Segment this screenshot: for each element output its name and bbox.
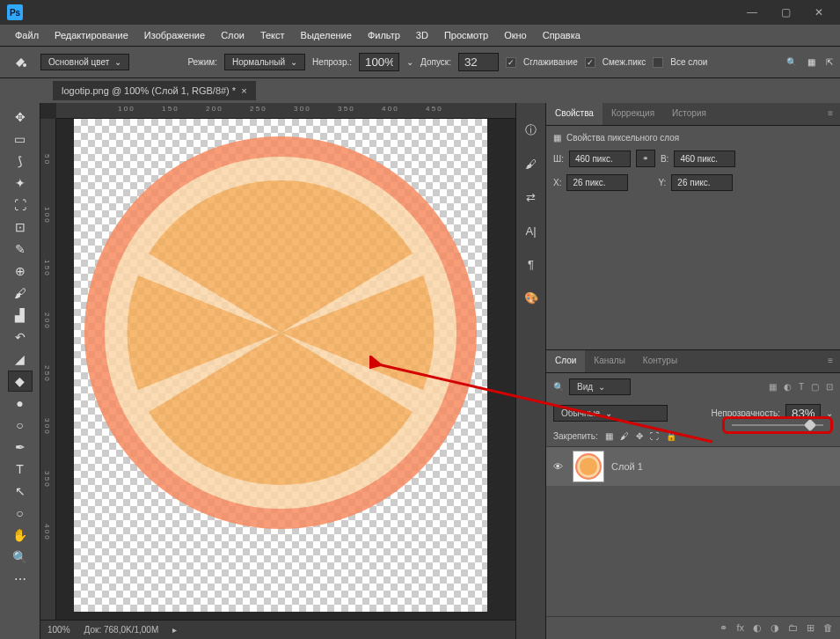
delete-layer-icon[interactable]: 🗑 (823, 622, 833, 634)
layer-item[interactable]: 👁 Слой 1 (546, 447, 840, 486)
y-field[interactable] (671, 174, 733, 191)
hand-tool[interactable]: ✋ (8, 525, 33, 546)
path-tool[interactable]: ↖ (8, 481, 33, 502)
tab-paths[interactable]: Контуры (634, 350, 686, 372)
filter-kind-dropdown[interactable]: Вид⌄ (569, 378, 631, 395)
menu-3d[interactable]: 3D (408, 30, 436, 40)
marquee-tool[interactable]: ▭ (8, 129, 33, 150)
antialias-label: Сглаживание (523, 57, 578, 67)
menu-window[interactable]: Окно (496, 30, 535, 40)
swatches-icon[interactable]: 🎨 (522, 288, 541, 307)
close-button[interactable]: ✕ (805, 4, 833, 21)
opacity-field[interactable] (359, 53, 399, 71)
tab-layers[interactable]: Слои (546, 350, 585, 372)
contiguous-checkbox[interactable] (585, 57, 595, 68)
link-wh-button[interactable]: ⚭ (636, 150, 655, 167)
tolerance-field[interactable] (458, 53, 499, 71)
filter-pixel-icon[interactable]: ▦ (769, 382, 777, 392)
link-layers-icon[interactable]: ⚭ (719, 622, 727, 634)
brush-tool[interactable]: 🖌 (8, 283, 33, 304)
more-tool[interactable]: ⋯ (8, 569, 33, 590)
filter-smart-icon[interactable]: ⊡ (826, 382, 833, 392)
close-tab-icon[interactable]: × (241, 85, 246, 96)
brush-settings-icon[interactable]: 🖌 (522, 154, 541, 173)
type-tool[interactable]: T (8, 459, 33, 480)
adjustments-icon[interactable]: ⇄ (522, 187, 541, 207)
menu-edit[interactable]: Редактирование (47, 30, 136, 40)
visibility-icon[interactable]: 👁 (553, 461, 566, 472)
eraser-tool[interactable]: ◢ (8, 349, 33, 370)
filter-shape-icon[interactable]: ▢ (811, 382, 819, 392)
crop-tool[interactable]: ⛶ (8, 195, 33, 216)
menu-layer[interactable]: Слои (213, 30, 252, 40)
zoom-level[interactable]: 100% (47, 625, 70, 635)
tool-preset[interactable] (7, 51, 33, 74)
paragraph-icon[interactable]: ¶ (522, 254, 541, 274)
wand-tool[interactable]: ✦ (8, 173, 33, 194)
menu-text[interactable]: Текст (252, 30, 293, 40)
search-icon[interactable]: 🔍 (786, 57, 797, 67)
mode-dropdown[interactable]: Нормальный⌄ (224, 54, 305, 70)
blur-tool[interactable]: ● (8, 393, 33, 414)
tab-history[interactable]: История (663, 103, 715, 125)
filter-adjust-icon[interactable]: ◐ (784, 382, 792, 392)
height-field[interactable] (674, 151, 735, 167)
alllayers-checkbox[interactable] (653, 57, 663, 68)
eyedropper-tool[interactable]: ✎ (8, 239, 33, 260)
workspace-icon[interactable]: ▦ (807, 57, 815, 67)
menu-file[interactable]: Файл (7, 30, 47, 40)
width-field[interactable] (569, 151, 631, 167)
new-layer-icon[interactable]: ⊞ (807, 622, 814, 634)
zoom-tool[interactable]: 🔍 (8, 547, 33, 568)
pen-tool[interactable]: ✒ (8, 437, 33, 458)
canvas[interactable] (56, 119, 515, 620)
lock-artboard-icon[interactable]: ⛶ (650, 431, 659, 441)
frame-tool[interactable]: ⊡ (8, 217, 33, 238)
tab-adjustments[interactable]: Коррекция (603, 103, 663, 125)
menu-help[interactable]: Справка (535, 30, 588, 40)
tab-channels[interactable]: Каналы (585, 350, 634, 372)
adjustment-icon[interactable]: ◑ (771, 622, 779, 634)
menu-image[interactable]: Изображение (136, 30, 213, 40)
properties-panel: Свойства Коррекция История ≡ ▦ Свойства … (546, 103, 840, 349)
history-brush-tool[interactable]: ↶ (8, 327, 33, 348)
info-icon[interactable]: ⓘ (522, 121, 541, 140)
group-icon[interactable]: 🗀 (788, 622, 798, 634)
opacity-slider[interactable] (722, 416, 833, 434)
lock-all-icon[interactable]: 🔒 (666, 431, 676, 441)
antialias-checkbox[interactable] (506, 57, 516, 68)
mask-icon[interactable]: ◐ (753, 622, 762, 634)
panel-menu-icon[interactable]: ≡ (821, 103, 840, 125)
lasso-tool[interactable]: ⟆ (8, 151, 33, 172)
menu-view[interactable]: Просмотр (436, 30, 496, 40)
tab-properties[interactable]: Свойства (546, 103, 603, 125)
dodge-tool[interactable]: ○ (8, 415, 33, 436)
window-controls: — ▢ ✕ (738, 4, 833, 21)
minimize-button[interactable]: — (738, 4, 766, 21)
mini-panels: ⓘ 🖌 ⇄ A| ¶ 🎨 (515, 103, 545, 639)
pixel-layer-icon: ▦ (553, 133, 561, 143)
layer-thumbnail (573, 451, 604, 482)
document-tab[interactable]: logotip.png @ 100% (Слой 1, RGB/8#) * × (53, 81, 256, 100)
fill-source-dropdown[interactable]: Основной цвет⌄ (40, 54, 129, 70)
layer-name[interactable]: Слой 1 (611, 461, 643, 472)
layers-menu-icon[interactable]: ≡ (821, 350, 840, 372)
x-field[interactable] (566, 174, 628, 191)
move-tool[interactable]: ✥ (8, 106, 33, 128)
lock-transparent-icon[interactable]: ▦ (605, 431, 613, 441)
lock-image-icon[interactable]: 🖌 (620, 431, 629, 441)
share-icon[interactable]: ⇱ (826, 57, 833, 67)
bucket-tool[interactable]: ◆ (8, 371, 33, 392)
maximize-button[interactable]: ▢ (771, 4, 800, 21)
menu-select[interactable]: Выделение (293, 30, 360, 40)
lock-position-icon[interactable]: ✥ (636, 431, 643, 441)
blend-mode-dropdown[interactable]: Обычные⌄ (553, 405, 668, 422)
filter-text-icon[interactable]: T (799, 382, 804, 392)
fx-icon[interactable]: fx (736, 622, 744, 634)
stamp-tool[interactable]: ▟ (8, 305, 33, 326)
type-icon[interactable]: A| (522, 221, 541, 240)
menu-filter[interactable]: Фильтр (360, 30, 408, 40)
heal-tool[interactable]: ⊕ (8, 261, 33, 282)
app-logo: Ps (7, 4, 23, 20)
shape-tool[interactable]: ○ (8, 503, 33, 524)
